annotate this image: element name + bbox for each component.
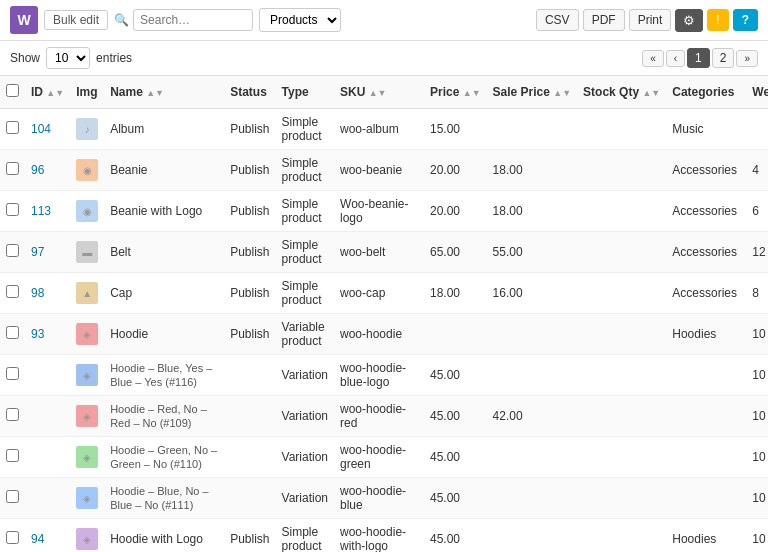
col-sku[interactable]: SKU ▲▼ (334, 76, 424, 109)
row-checkbox[interactable] (6, 449, 19, 462)
row-stock-qty (577, 150, 666, 191)
row-checkbox[interactable] (6, 244, 19, 257)
row-price: 45.00 (424, 478, 487, 519)
row-id[interactable]: 113 (25, 191, 70, 232)
entries-select[interactable]: 10 (46, 47, 90, 69)
page-1-button[interactable]: 1 (687, 48, 710, 68)
settings-button[interactable]: ⚙ (675, 9, 703, 32)
product-id-link[interactable]: 97 (31, 245, 44, 259)
product-type-select[interactable]: Products (259, 8, 341, 32)
row-status: Publish (224, 109, 275, 150)
row-id[interactable]: 98 (25, 273, 70, 314)
csv-button[interactable]: CSV (536, 9, 579, 31)
row-status (224, 355, 275, 396)
pdf-button[interactable]: PDF (583, 9, 625, 31)
row-id[interactable]: 94 (25, 519, 70, 553)
page-2-button[interactable]: 2 (712, 48, 735, 68)
row-type: Simple product (276, 519, 334, 553)
col-type: Type (276, 76, 334, 109)
row-checkbox[interactable] (6, 326, 19, 339)
bulk-edit-button[interactable]: Bulk edit (44, 10, 108, 30)
product-id-link[interactable]: 113 (31, 204, 51, 218)
row-checkbox[interactable] (6, 162, 19, 175)
row-type: Variable product (276, 314, 334, 355)
products-table: ID ▲▼ Img Name ▲▼ Status Type SKU ▲▼ Pri… (0, 76, 768, 552)
product-thumbnail: ▲ (76, 282, 98, 304)
col-status: Status (224, 76, 275, 109)
help-button[interactable]: ? (733, 9, 758, 31)
row-weight: 10 (746, 437, 768, 478)
row-img: ◈ (70, 314, 104, 355)
row-sku: woo-cap (334, 273, 424, 314)
row-price: 20.00 (424, 150, 487, 191)
col-name[interactable]: Name ▲▼ (104, 76, 224, 109)
col-price[interactable]: Price ▲▼ (424, 76, 487, 109)
row-weight: 10 (746, 355, 768, 396)
row-categories (666, 437, 746, 478)
row-stock-qty (577, 478, 666, 519)
table-row: 113 ◉ Beanie with Logo Publish Simple pr… (0, 191, 768, 232)
row-id[interactable]: 96 (25, 150, 70, 191)
table-row: ◈ Hoodie – Blue, No – Blue – No (#111) V… (0, 478, 768, 519)
product-id-link[interactable]: 94 (31, 532, 44, 546)
product-id-link[interactable]: 98 (31, 286, 44, 300)
search-input[interactable] (133, 9, 253, 31)
col-id[interactable]: ID ▲▼ (25, 76, 70, 109)
page-prev-button[interactable]: ‹ (666, 50, 685, 67)
search-box: 🔍 (114, 9, 253, 31)
row-checkbox[interactable] (6, 285, 19, 298)
row-status: Publish (224, 150, 275, 191)
row-categories: Accessories (666, 150, 746, 191)
row-img: ◉ (70, 191, 104, 232)
row-type: Simple product (276, 150, 334, 191)
row-price: 18.00 (424, 273, 487, 314)
row-checkbox[interactable] (6, 203, 19, 216)
table-row: ◈ Hoodie – Blue, Yes – Blue – Yes (#116)… (0, 355, 768, 396)
row-status: Publish (224, 519, 275, 553)
row-name: Beanie with Logo (104, 191, 224, 232)
row-type: Variation (276, 396, 334, 437)
row-checkbox[interactable] (6, 121, 19, 134)
row-checkbox[interactable] (6, 367, 19, 380)
row-categories: Music (666, 109, 746, 150)
print-button[interactable]: Print (629, 9, 672, 31)
row-type: Simple product (276, 232, 334, 273)
row-checkbox[interactable] (6, 408, 19, 421)
product-thumbnail: ◈ (76, 487, 98, 509)
product-id-link[interactable]: 96 (31, 163, 44, 177)
product-thumbnail: ◉ (76, 159, 98, 181)
row-id[interactable]: 97 (25, 232, 70, 273)
page-last-button[interactable]: » (736, 50, 758, 67)
table-row: 98 ▲ Cap Publish Simple product woo-cap … (0, 273, 768, 314)
row-name: Hoodie – Blue, Yes – Blue – Yes (#116) (104, 355, 224, 396)
select-all-checkbox[interactable] (6, 84, 19, 97)
row-sale-price: 18.00 (487, 150, 578, 191)
row-sale-price: 18.00 (487, 191, 578, 232)
row-stock-qty (577, 437, 666, 478)
show-bar: Show 10 entries « ‹ 1 2 » (0, 41, 768, 76)
row-id[interactable]: 93 (25, 314, 70, 355)
yellow-button[interactable]: ! (707, 9, 728, 31)
col-sale-price[interactable]: Sale Price ▲▼ (487, 76, 578, 109)
row-checkbox[interactable] (6, 490, 19, 503)
row-sku: woo-hoodie-blue (334, 478, 424, 519)
row-id[interactable]: 104 (25, 109, 70, 150)
col-stock-qty[interactable]: Stock Qty ▲▼ (577, 76, 666, 109)
row-weight (746, 109, 768, 150)
row-weight: 8 (746, 273, 768, 314)
row-price: 45.00 (424, 396, 487, 437)
row-id (25, 478, 70, 519)
table-row: 97 ▬ Belt Publish Simple product woo-bel… (0, 232, 768, 273)
product-thumbnail: ◈ (76, 446, 98, 468)
row-type: Variation (276, 355, 334, 396)
row-stock-qty (577, 519, 666, 553)
product-id-link[interactable]: 104 (31, 122, 51, 136)
row-name: Belt (104, 232, 224, 273)
row-sale-price (487, 478, 578, 519)
row-img: ♪ (70, 109, 104, 150)
row-checkbox[interactable] (6, 531, 19, 544)
row-img: ▲ (70, 273, 104, 314)
page-first-button[interactable]: « (642, 50, 664, 67)
product-id-link[interactable]: 93 (31, 327, 44, 341)
row-sku: woo-hoodie (334, 314, 424, 355)
